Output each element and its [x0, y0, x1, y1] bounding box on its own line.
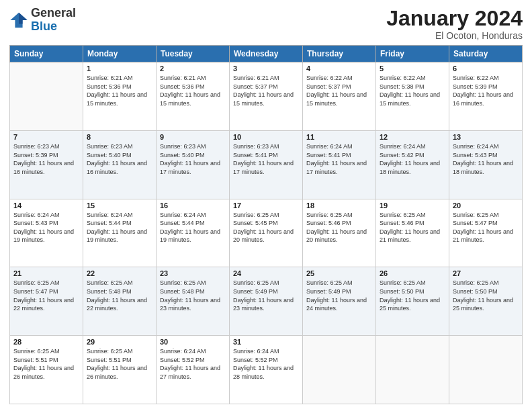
calendar-day-cell [376, 336, 449, 404]
day-number: 28 [13, 338, 79, 346]
day-info: Sunrise: 6:21 AMSunset: 5:37 PMDaylight:… [233, 74, 299, 107]
day-number: 30 [160, 338, 226, 346]
day-number: 11 [306, 133, 372, 141]
calendar-day-cell: 3Sunrise: 6:21 AMSunset: 5:37 PMDaylight… [230, 62, 303, 131]
calendar-header-sunday: Sunday [10, 46, 83, 62]
day-info: Sunrise: 6:25 AMSunset: 5:49 PMDaylight:… [306, 279, 372, 312]
day-number: 7 [13, 133, 79, 141]
calendar-day-cell: 7Sunrise: 6:23 AMSunset: 5:39 PMDaylight… [10, 130, 83, 199]
calendar-day-cell: 11Sunrise: 6:24 AMSunset: 5:41 PMDayligh… [303, 130, 376, 199]
calendar-header-thursday: Thursday [303, 46, 376, 62]
day-info: Sunrise: 6:24 AMSunset: 5:43 PMDaylight:… [13, 211, 79, 244]
day-info: Sunrise: 6:24 AMSunset: 5:44 PMDaylight:… [160, 211, 226, 244]
calendar-day-cell: 27Sunrise: 6:25 AMSunset: 5:50 PMDayligh… [449, 267, 523, 336]
day-number: 31 [233, 338, 299, 346]
calendar-day-cell: 24Sunrise: 6:25 AMSunset: 5:49 PMDayligh… [230, 267, 303, 336]
day-info: Sunrise: 6:25 AMSunset: 5:48 PMDaylight:… [87, 279, 152, 312]
logo: General Blue [9, 7, 76, 34]
day-number: 19 [380, 201, 445, 210]
calendar-day-cell: 9Sunrise: 6:23 AMSunset: 5:40 PMDaylight… [157, 130, 230, 199]
calendar-day-cell: 30Sunrise: 6:24 AMSunset: 5:52 PMDayligh… [157, 336, 230, 404]
day-number: 9 [160, 133, 226, 141]
day-info: Sunrise: 6:22 AMSunset: 5:39 PMDaylight:… [453, 74, 519, 107]
day-info: Sunrise: 6:22 AMSunset: 5:37 PMDaylight:… [306, 74, 372, 107]
calendar-header-wednesday: Wednesday [230, 46, 303, 62]
calendar-week-row: 1Sunrise: 6:21 AMSunset: 5:36 PMDaylight… [10, 62, 523, 131]
day-number: 26 [380, 269, 445, 277]
calendar-day-cell: 1Sunrise: 6:21 AMSunset: 5:36 PMDaylight… [83, 62, 157, 131]
calendar-day-cell: 10Sunrise: 6:23 AMSunset: 5:41 PMDayligh… [230, 130, 303, 199]
day-number: 22 [87, 269, 152, 277]
day-number: 12 [380, 133, 445, 141]
day-number: 2 [160, 64, 226, 73]
day-info: Sunrise: 6:24 AMSunset: 5:42 PMDaylight:… [380, 142, 445, 176]
day-info: Sunrise: 6:25 AMSunset: 5:50 PMDaylight:… [380, 279, 445, 312]
calendar-header-friday: Friday [376, 46, 449, 62]
calendar-week-row: 21Sunrise: 6:25 AMSunset: 5:47 PMDayligh… [10, 267, 523, 336]
day-number: 23 [160, 269, 226, 277]
day-info: Sunrise: 6:24 AMSunset: 5:44 PMDaylight:… [87, 211, 152, 244]
calendar-day-cell: 26Sunrise: 6:25 AMSunset: 5:50 PMDayligh… [376, 267, 449, 336]
day-info: Sunrise: 6:25 AMSunset: 5:45 PMDaylight:… [233, 211, 299, 244]
calendar-day-cell: 8Sunrise: 6:23 AMSunset: 5:40 PMDaylight… [83, 130, 157, 199]
day-info: Sunrise: 6:23 AMSunset: 5:39 PMDaylight:… [13, 142, 79, 176]
day-info: Sunrise: 6:25 AMSunset: 5:46 PMDaylight:… [380, 211, 445, 244]
svg-marker-1 [19, 13, 28, 24]
calendar-day-cell: 14Sunrise: 6:24 AMSunset: 5:43 PMDayligh… [10, 199, 83, 267]
day-number: 18 [306, 201, 372, 210]
calendar-day-cell: 6Sunrise: 6:22 AMSunset: 5:39 PMDaylight… [449, 62, 523, 131]
calendar-day-cell [10, 62, 83, 131]
day-number: 24 [233, 269, 299, 277]
calendar-day-cell: 28Sunrise: 6:25 AMSunset: 5:51 PMDayligh… [10, 336, 83, 404]
calendar-header-saturday: Saturday [449, 46, 523, 62]
day-number: 16 [160, 201, 226, 210]
day-number: 17 [233, 201, 299, 210]
day-info: Sunrise: 6:25 AMSunset: 5:50 PMDaylight:… [453, 279, 519, 312]
logo-icon [9, 11, 28, 30]
calendar-day-cell: 20Sunrise: 6:25 AMSunset: 5:47 PMDayligh… [449, 199, 523, 267]
day-info: Sunrise: 6:23 AMSunset: 5:41 PMDaylight:… [233, 142, 299, 176]
day-number: 27 [453, 269, 519, 277]
day-info: Sunrise: 6:24 AMSunset: 5:52 PMDaylight:… [233, 347, 299, 381]
day-number: 5 [380, 64, 445, 73]
page-container: General Blue January 2024 El Ocoton, Hon… [0, 0, 532, 411]
calendar-day-cell: 23Sunrise: 6:25 AMSunset: 5:48 PMDayligh… [157, 267, 230, 336]
title-block: January 2024 El Ocoton, Honduras [386, 7, 523, 41]
day-number: 3 [233, 64, 299, 73]
calendar-day-cell [449, 336, 523, 404]
calendar-day-cell: 16Sunrise: 6:24 AMSunset: 5:44 PMDayligh… [157, 199, 230, 267]
day-info: Sunrise: 6:25 AMSunset: 5:46 PMDaylight:… [306, 211, 372, 244]
day-number: 6 [453, 64, 519, 73]
calendar-day-cell: 31Sunrise: 6:24 AMSunset: 5:52 PMDayligh… [230, 336, 303, 404]
day-number: 4 [306, 64, 372, 73]
calendar-day-cell: 15Sunrise: 6:24 AMSunset: 5:44 PMDayligh… [83, 199, 157, 267]
day-info: Sunrise: 6:25 AMSunset: 5:47 PMDaylight:… [453, 211, 519, 244]
day-number: 14 [13, 201, 79, 210]
day-info: Sunrise: 6:24 AMSunset: 5:41 PMDaylight:… [306, 142, 372, 176]
month-title: January 2024 [386, 7, 523, 30]
day-info: Sunrise: 6:25 AMSunset: 5:47 PMDaylight:… [13, 279, 79, 312]
logo-text: General Blue [31, 7, 76, 34]
day-info: Sunrise: 6:25 AMSunset: 5:49 PMDaylight:… [233, 279, 299, 312]
calendar-week-row: 28Sunrise: 6:25 AMSunset: 5:51 PMDayligh… [10, 336, 523, 404]
calendar-day-cell: 25Sunrise: 6:25 AMSunset: 5:49 PMDayligh… [303, 267, 376, 336]
day-number: 21 [13, 269, 79, 277]
header: General Blue January 2024 El Ocoton, Hon… [9, 7, 523, 41]
day-number: 10 [233, 133, 299, 141]
calendar-day-cell: 19Sunrise: 6:25 AMSunset: 5:46 PMDayligh… [376, 199, 449, 267]
day-info: Sunrise: 6:23 AMSunset: 5:40 PMDaylight:… [87, 142, 152, 176]
calendar-day-cell: 13Sunrise: 6:24 AMSunset: 5:43 PMDayligh… [449, 130, 523, 199]
day-info: Sunrise: 6:24 AMSunset: 5:52 PMDaylight:… [160, 347, 226, 381]
calendar-day-cell: 5Sunrise: 6:22 AMSunset: 5:38 PMDaylight… [376, 62, 449, 131]
calendar-day-cell: 21Sunrise: 6:25 AMSunset: 5:47 PMDayligh… [10, 267, 83, 336]
calendar-day-cell: 18Sunrise: 6:25 AMSunset: 5:46 PMDayligh… [303, 199, 376, 267]
logo-blue-text: Blue [31, 20, 76, 34]
calendar-week-row: 14Sunrise: 6:24 AMSunset: 5:43 PMDayligh… [10, 199, 523, 267]
calendar-day-cell: 17Sunrise: 6:25 AMSunset: 5:45 PMDayligh… [230, 199, 303, 267]
day-info: Sunrise: 6:21 AMSunset: 5:36 PMDaylight:… [160, 74, 226, 107]
day-number: 15 [87, 201, 152, 210]
day-number: 25 [306, 269, 372, 277]
calendar-day-cell [303, 336, 376, 404]
day-info: Sunrise: 6:25 AMSunset: 5:48 PMDaylight:… [160, 279, 226, 312]
day-number: 13 [453, 133, 519, 141]
